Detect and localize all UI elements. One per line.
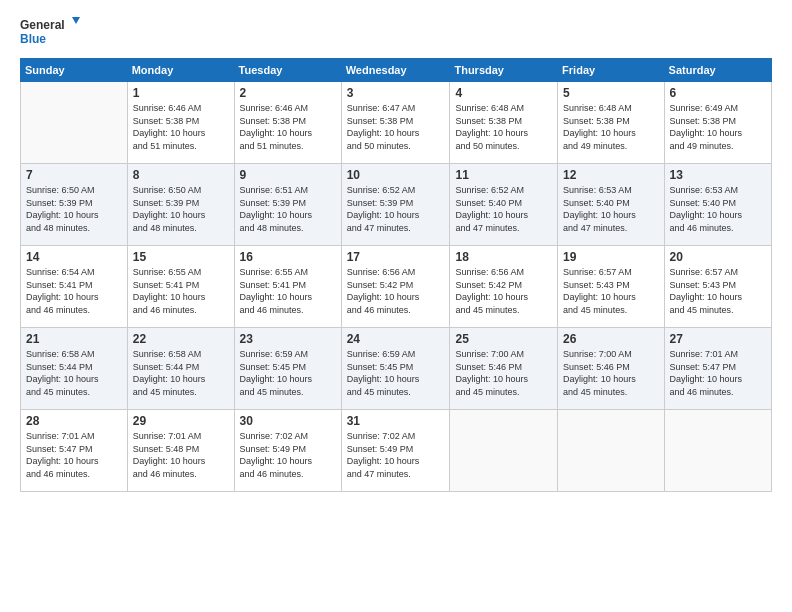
- calendar-page: General Blue SundayMondayTuesdayWednesda…: [0, 0, 792, 612]
- calendar-cell: 24Sunrise: 6:59 AMSunset: 5:45 PMDayligh…: [341, 328, 450, 410]
- day-number: 29: [133, 414, 229, 428]
- calendar-cell: 28Sunrise: 7:01 AMSunset: 5:47 PMDayligh…: [21, 410, 128, 492]
- day-number: 1: [133, 86, 229, 100]
- calendar-week-row: 28Sunrise: 7:01 AMSunset: 5:47 PMDayligh…: [21, 410, 772, 492]
- day-info: Sunrise: 7:02 AMSunset: 5:49 PMDaylight:…: [347, 430, 445, 480]
- calendar-cell: 22Sunrise: 6:58 AMSunset: 5:44 PMDayligh…: [127, 328, 234, 410]
- day-info: Sunrise: 7:01 AMSunset: 5:47 PMDaylight:…: [26, 430, 122, 480]
- day-info: Sunrise: 6:56 AMSunset: 5:42 PMDaylight:…: [347, 266, 445, 316]
- day-info: Sunrise: 6:55 AMSunset: 5:41 PMDaylight:…: [133, 266, 229, 316]
- calendar-week-row: 7Sunrise: 6:50 AMSunset: 5:39 PMDaylight…: [21, 164, 772, 246]
- calendar-cell: 7Sunrise: 6:50 AMSunset: 5:39 PMDaylight…: [21, 164, 128, 246]
- day-header-friday: Friday: [558, 59, 664, 82]
- svg-text:Blue: Blue: [20, 32, 46, 46]
- day-info: Sunrise: 6:46 AMSunset: 5:38 PMDaylight:…: [133, 102, 229, 152]
- day-info: Sunrise: 6:51 AMSunset: 5:39 PMDaylight:…: [240, 184, 336, 234]
- calendar-cell: 17Sunrise: 6:56 AMSunset: 5:42 PMDayligh…: [341, 246, 450, 328]
- day-number: 17: [347, 250, 445, 264]
- day-info: Sunrise: 7:02 AMSunset: 5:49 PMDaylight:…: [240, 430, 336, 480]
- day-info: Sunrise: 6:55 AMSunset: 5:41 PMDaylight:…: [240, 266, 336, 316]
- day-number: 5: [563, 86, 658, 100]
- day-info: Sunrise: 6:52 AMSunset: 5:39 PMDaylight:…: [347, 184, 445, 234]
- day-info: Sunrise: 6:53 AMSunset: 5:40 PMDaylight:…: [670, 184, 766, 234]
- day-number: 11: [455, 168, 552, 182]
- calendar-cell: 31Sunrise: 7:02 AMSunset: 5:49 PMDayligh…: [341, 410, 450, 492]
- day-info: Sunrise: 6:54 AMSunset: 5:41 PMDaylight:…: [26, 266, 122, 316]
- calendar-cell: 30Sunrise: 7:02 AMSunset: 5:49 PMDayligh…: [234, 410, 341, 492]
- day-number: 4: [455, 86, 552, 100]
- calendar-cell: 29Sunrise: 7:01 AMSunset: 5:48 PMDayligh…: [127, 410, 234, 492]
- calendar-cell: 23Sunrise: 6:59 AMSunset: 5:45 PMDayligh…: [234, 328, 341, 410]
- calendar-cell: 8Sunrise: 6:50 AMSunset: 5:39 PMDaylight…: [127, 164, 234, 246]
- day-info: Sunrise: 6:50 AMSunset: 5:39 PMDaylight:…: [26, 184, 122, 234]
- day-number: 28: [26, 414, 122, 428]
- day-number: 23: [240, 332, 336, 346]
- calendar-cell: 5Sunrise: 6:48 AMSunset: 5:38 PMDaylight…: [558, 82, 664, 164]
- day-info: Sunrise: 6:49 AMSunset: 5:38 PMDaylight:…: [670, 102, 766, 152]
- calendar-cell: 26Sunrise: 7:00 AMSunset: 5:46 PMDayligh…: [558, 328, 664, 410]
- day-info: Sunrise: 6:57 AMSunset: 5:43 PMDaylight:…: [670, 266, 766, 316]
- svg-text:General: General: [20, 18, 65, 32]
- calendar-cell: 20Sunrise: 6:57 AMSunset: 5:43 PMDayligh…: [664, 246, 771, 328]
- day-info: Sunrise: 7:00 AMSunset: 5:46 PMDaylight:…: [563, 348, 658, 398]
- calendar-header-row: SundayMondayTuesdayWednesdayThursdayFrid…: [21, 59, 772, 82]
- calendar-cell: 9Sunrise: 6:51 AMSunset: 5:39 PMDaylight…: [234, 164, 341, 246]
- calendar-cell: [450, 410, 558, 492]
- day-info: Sunrise: 6:52 AMSunset: 5:40 PMDaylight:…: [455, 184, 552, 234]
- day-info: Sunrise: 6:48 AMSunset: 5:38 PMDaylight:…: [563, 102, 658, 152]
- day-header-thursday: Thursday: [450, 59, 558, 82]
- day-header-monday: Monday: [127, 59, 234, 82]
- calendar-cell: 11Sunrise: 6:52 AMSunset: 5:40 PMDayligh…: [450, 164, 558, 246]
- calendar-week-row: 1Sunrise: 6:46 AMSunset: 5:38 PMDaylight…: [21, 82, 772, 164]
- calendar-cell: 2Sunrise: 6:46 AMSunset: 5:38 PMDaylight…: [234, 82, 341, 164]
- day-info: Sunrise: 6:53 AMSunset: 5:40 PMDaylight:…: [563, 184, 658, 234]
- day-info: Sunrise: 6:56 AMSunset: 5:42 PMDaylight:…: [455, 266, 552, 316]
- day-info: Sunrise: 6:58 AMSunset: 5:44 PMDaylight:…: [133, 348, 229, 398]
- day-header-sunday: Sunday: [21, 59, 128, 82]
- day-number: 31: [347, 414, 445, 428]
- day-number: 16: [240, 250, 336, 264]
- day-number: 6: [670, 86, 766, 100]
- calendar-cell: [558, 410, 664, 492]
- day-info: Sunrise: 6:48 AMSunset: 5:38 PMDaylight:…: [455, 102, 552, 152]
- calendar-cell: 4Sunrise: 6:48 AMSunset: 5:38 PMDaylight…: [450, 82, 558, 164]
- day-info: Sunrise: 6:50 AMSunset: 5:39 PMDaylight:…: [133, 184, 229, 234]
- calendar-cell: 15Sunrise: 6:55 AMSunset: 5:41 PMDayligh…: [127, 246, 234, 328]
- day-info: Sunrise: 6:59 AMSunset: 5:45 PMDaylight:…: [240, 348, 336, 398]
- day-number: 7: [26, 168, 122, 182]
- calendar-cell: 14Sunrise: 6:54 AMSunset: 5:41 PMDayligh…: [21, 246, 128, 328]
- day-number: 21: [26, 332, 122, 346]
- calendar-cell: 13Sunrise: 6:53 AMSunset: 5:40 PMDayligh…: [664, 164, 771, 246]
- calendar-cell: 19Sunrise: 6:57 AMSunset: 5:43 PMDayligh…: [558, 246, 664, 328]
- calendar-week-row: 14Sunrise: 6:54 AMSunset: 5:41 PMDayligh…: [21, 246, 772, 328]
- day-header-tuesday: Tuesday: [234, 59, 341, 82]
- calendar-cell: 18Sunrise: 6:56 AMSunset: 5:42 PMDayligh…: [450, 246, 558, 328]
- day-number: 2: [240, 86, 336, 100]
- calendar-cell: 16Sunrise: 6:55 AMSunset: 5:41 PMDayligh…: [234, 246, 341, 328]
- calendar-cell: [664, 410, 771, 492]
- calendar-cell: 6Sunrise: 6:49 AMSunset: 5:38 PMDaylight…: [664, 82, 771, 164]
- calendar-cell: 3Sunrise: 6:47 AMSunset: 5:38 PMDaylight…: [341, 82, 450, 164]
- day-header-wednesday: Wednesday: [341, 59, 450, 82]
- calendar-cell: 25Sunrise: 7:00 AMSunset: 5:46 PMDayligh…: [450, 328, 558, 410]
- calendar-week-row: 21Sunrise: 6:58 AMSunset: 5:44 PMDayligh…: [21, 328, 772, 410]
- logo-svg: General Blue: [20, 15, 80, 50]
- day-info: Sunrise: 7:00 AMSunset: 5:46 PMDaylight:…: [455, 348, 552, 398]
- calendar-cell: 10Sunrise: 6:52 AMSunset: 5:39 PMDayligh…: [341, 164, 450, 246]
- day-number: 13: [670, 168, 766, 182]
- svg-marker-2: [72, 17, 80, 24]
- day-info: Sunrise: 6:47 AMSunset: 5:38 PMDaylight:…: [347, 102, 445, 152]
- day-number: 14: [26, 250, 122, 264]
- day-number: 20: [670, 250, 766, 264]
- day-header-saturday: Saturday: [664, 59, 771, 82]
- day-info: Sunrise: 6:59 AMSunset: 5:45 PMDaylight:…: [347, 348, 445, 398]
- day-info: Sunrise: 6:58 AMSunset: 5:44 PMDaylight:…: [26, 348, 122, 398]
- logo: General Blue: [20, 15, 80, 50]
- day-number: 25: [455, 332, 552, 346]
- calendar-cell: 21Sunrise: 6:58 AMSunset: 5:44 PMDayligh…: [21, 328, 128, 410]
- day-number: 30: [240, 414, 336, 428]
- calendar-table: SundayMondayTuesdayWednesdayThursdayFrid…: [20, 58, 772, 492]
- day-number: 8: [133, 168, 229, 182]
- day-number: 26: [563, 332, 658, 346]
- day-number: 3: [347, 86, 445, 100]
